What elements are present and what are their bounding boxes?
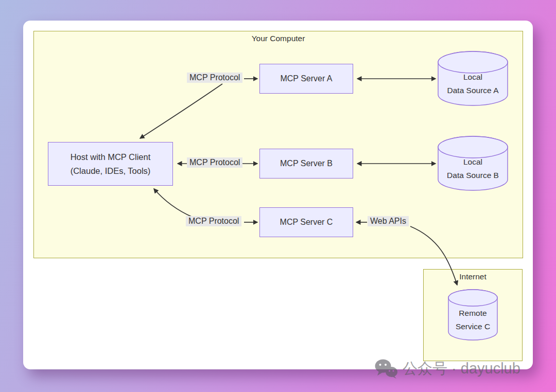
edge-label-mcp-protocol-b: MCP Protocol	[187, 157, 242, 168]
node-host-line2: (Claude, IDEs, Tools)	[71, 164, 151, 178]
node-local-data-source-b: Local Data Source B	[438, 135, 508, 191]
wechat-icon	[374, 359, 398, 379]
node-mcp-server-c: MCP Server C	[259, 207, 353, 237]
node-local-data-source-a: Local Data Source A	[438, 50, 508, 106]
container-internet-label: Internet	[424, 272, 522, 281]
datasource-b-line2: Data Source B	[438, 169, 508, 182]
node-mcp-server-c-label: MCP Server C	[280, 216, 333, 229]
datasource-a-line1: Local	[438, 70, 508, 84]
node-remote-service-c: Remote Service C	[448, 289, 498, 341]
datasource-a-line2: Data Source A	[438, 84, 508, 97]
edge-label-web-apis: Web APIs	[368, 216, 409, 226]
remote-service-line2: Service C	[448, 320, 498, 333]
node-mcp-server-b: MCP Server B	[259, 149, 353, 179]
edge-label-mcp-protocol-a: MCP Protocol	[187, 73, 242, 83]
edge-label-mcp-protocol-c: MCP Protocol	[186, 216, 241, 226]
node-host-with-mcp-client: Host with MCP Client (Claude, IDEs, Tool…	[48, 142, 173, 186]
datasource-b-line1: Local	[438, 155, 508, 169]
watermark: 公众号 · dayuclub	[374, 359, 520, 379]
node-host-line1: Host with MCP Client	[71, 150, 151, 164]
watermark-text: 公众号 · dayuclub	[403, 359, 520, 379]
node-mcp-server-a-label: MCP Server A	[280, 72, 332, 85]
remote-service-line1: Remote	[448, 307, 498, 320]
container-your-computer-label: Your Computer	[34, 34, 523, 43]
node-mcp-server-a: MCP Server A	[259, 64, 353, 94]
node-mcp-server-b-label: MCP Server B	[280, 157, 333, 170]
